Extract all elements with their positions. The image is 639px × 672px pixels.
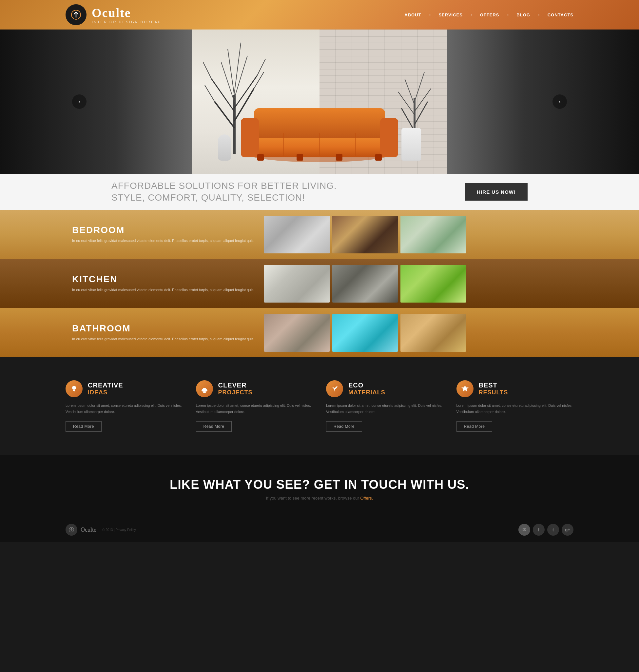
- hero-center: [192, 30, 447, 174]
- svg-line-20: [415, 72, 424, 102]
- bedroom-image-3[interactable]: [401, 216, 466, 254]
- footer-cta-section: LIKE WHAT YOU SEE? GET IN TOUCH WITH US.…: [0, 455, 639, 517]
- feature-creative-title: CREATIVE: [88, 382, 123, 389]
- svg-line-12: [203, 62, 212, 79]
- logo-subtitle: INTERIOR DESIGN BUREAU: [92, 20, 161, 24]
- kitchen-section: KITCHEN In eu erat vitae felis gravidat …: [0, 259, 639, 308]
- kitchen-image-2[interactable]: [332, 265, 398, 303]
- bathroom-image-2[interactable]: [332, 314, 398, 352]
- creative-read-more-button[interactable]: Read More: [65, 421, 102, 432]
- feature-clever-title: CLEVER: [218, 382, 253, 389]
- footer-cta-bold: GET IN TOUCH WITH US.: [314, 478, 469, 491]
- svg-point-33: [72, 386, 76, 390]
- feature-clever-subtitle: PROJECTS: [218, 389, 253, 396]
- social-icons: ✉ f t g+: [518, 524, 574, 536]
- feature-creative: CREATIVE IDEAS Lorem ipsum dolor sit ame…: [65, 380, 183, 432]
- svg-line-9: [234, 43, 241, 93]
- nav-services[interactable]: SERVICES: [438, 13, 463, 17]
- bathroom-image-1[interactable]: [264, 314, 330, 352]
- feature-eco-header: ECO MATERIALS: [326, 380, 443, 397]
- bedroom-image-2[interactable]: [332, 216, 398, 254]
- hero-sofa-svg: [237, 98, 402, 164]
- svg-rect-28: [336, 154, 342, 161]
- feature-best-header: BEST RESULTS: [456, 380, 574, 397]
- best-icon: [456, 380, 473, 397]
- svg-line-19: [405, 79, 415, 105]
- main-nav: ABOUT ● SERVICES ● OFFERS ● BLOG ● CONTA…: [404, 13, 574, 17]
- googleplus-social-icon[interactable]: g+: [562, 524, 574, 536]
- logo-text: Oculte INTERIOR DESIGN BUREAU: [92, 5, 161, 24]
- feature-creative-subtitle: IDEAS: [88, 389, 123, 396]
- hero-prev-button[interactable]: ‹: [72, 94, 87, 109]
- nav-offers[interactable]: OFFERS: [480, 13, 499, 17]
- feature-best-title: BEST: [479, 382, 508, 389]
- footer-copyright: © 2013 | Privacy Policy: [102, 528, 136, 532]
- facebook-social-icon[interactable]: f: [533, 524, 545, 536]
- feature-eco-title: ECO: [348, 382, 385, 389]
- svg-rect-24: [241, 118, 259, 157]
- footer-cta-pre: LIKE WHAT YOU SEE?: [170, 478, 310, 491]
- kitchen-image-1[interactable]: [264, 265, 330, 303]
- svg-rect-29: [375, 154, 382, 161]
- nav-blog[interactable]: BLOG: [516, 13, 530, 17]
- logo-area: Oculte INTERIOR DESIGN BUREAU: [65, 4, 161, 25]
- logo-icon: [65, 4, 87, 25]
- eco-icon: [326, 380, 343, 397]
- svg-rect-36: [203, 392, 206, 393]
- svg-line-8: [228, 49, 234, 95]
- kitchen-images: [264, 265, 567, 303]
- cta-text: AFFORDABLE SOLUTIONS FOR BETTER LIVING. …: [111, 180, 337, 204]
- eco-read-more-button[interactable]: Read More: [326, 421, 362, 432]
- hero-left: [0, 30, 192, 174]
- cta-line2: STYLE, COMFORT, QUALITY, SELECTION!: [111, 192, 337, 203]
- svg-line-4: [212, 79, 234, 111]
- svg-line-18: [415, 89, 431, 111]
- bedroom-image-1[interactable]: [264, 216, 330, 254]
- kitchen-image-3[interactable]: [401, 265, 466, 303]
- feature-clever-titles: CLEVER PROJECTS: [218, 382, 253, 396]
- bathroom-title: BATHROOM: [72, 323, 254, 334]
- hero-overlay: [0, 30, 639, 174]
- cta-line1: AFFORDABLE SOLUTIONS FOR BETTER LIVING.: [111, 180, 337, 192]
- bathroom-image-3[interactable]: [401, 314, 466, 352]
- feature-creative-titles: CREATIVE IDEAS: [88, 382, 123, 396]
- feature-eco-desc: Lorem ipsum dolor sit amet, conse eturet…: [326, 402, 443, 415]
- bedroom-section: BEDROOM In eu erat vitae felis gravidat …: [0, 210, 639, 259]
- feature-eco: ECO MATERIALS Lorem ipsum dolor sit amet…: [326, 380, 443, 432]
- svg-line-10: [205, 85, 215, 102]
- hero-section: ‹ ›: [0, 30, 639, 174]
- bedroom-desc: In eu erat vitae felis gravidat malesuae…: [72, 238, 254, 244]
- feature-best: BEST RESULTS Lorem ipsum dolor sit amet,…: [456, 380, 574, 432]
- footer-logo: Oculte © 2013 | Privacy Policy: [65, 524, 136, 536]
- nav-about[interactable]: ABOUT: [404, 13, 421, 17]
- hire-us-button[interactable]: HIRE US NOW!: [465, 183, 528, 201]
- hero-vase-right: [402, 128, 421, 161]
- twitter-social-icon[interactable]: t: [547, 524, 559, 536]
- footer-logo-name: Oculte: [81, 526, 96, 533]
- feature-clever: CLEVER PROJECTS Lorem ipsue dolor sit am…: [196, 380, 313, 432]
- creative-icon: [65, 380, 82, 397]
- footer-cta-offers-link[interactable]: Offers.: [360, 495, 373, 501]
- svg-line-16: [415, 102, 427, 125]
- clever-read-more-button[interactable]: Read More: [196, 421, 232, 432]
- nav-contacts[interactable]: CONTACTS: [548, 13, 574, 17]
- footer-cta-title: LIKE WHAT YOU SEE? GET IN TOUCH WITH US.: [65, 478, 574, 492]
- feature-best-titles: BEST RESULTS: [479, 382, 508, 396]
- features-grid: CREATIVE IDEAS Lorem ipsum dolor sit ame…: [65, 380, 574, 432]
- svg-marker-37: [462, 385, 469, 392]
- best-read-more-button[interactable]: Read More: [456, 421, 493, 432]
- feature-clever-header: CLEVER PROJECTS: [196, 380, 313, 397]
- feature-best-desc: Lorem ipsum dolor sit amet, conse eturet…: [456, 402, 574, 415]
- email-social-icon[interactable]: ✉: [518, 524, 530, 536]
- feature-eco-titles: ECO MATERIALS: [348, 382, 385, 396]
- bedroom-images: [264, 216, 567, 254]
- bedroom-text: BEDROOM In eu erat vitae felis gravidat …: [72, 225, 254, 244]
- bathroom-desc: In eu erat vitae felis gravidat malesuae…: [72, 336, 254, 342]
- bathroom-images: [264, 314, 567, 352]
- hero-next-button[interactable]: ›: [552, 94, 567, 109]
- clever-icon: [196, 380, 213, 397]
- logo-name: Oculte: [92, 5, 161, 20]
- footer: Oculte © 2013 | Privacy Policy ✉ f t g+: [0, 517, 639, 542]
- footer-cta-sub-pre: If you want to see more recent works, br…: [266, 495, 359, 501]
- header: Oculte INTERIOR DESIGN BUREAU ABOUT ● SE…: [0, 0, 639, 30]
